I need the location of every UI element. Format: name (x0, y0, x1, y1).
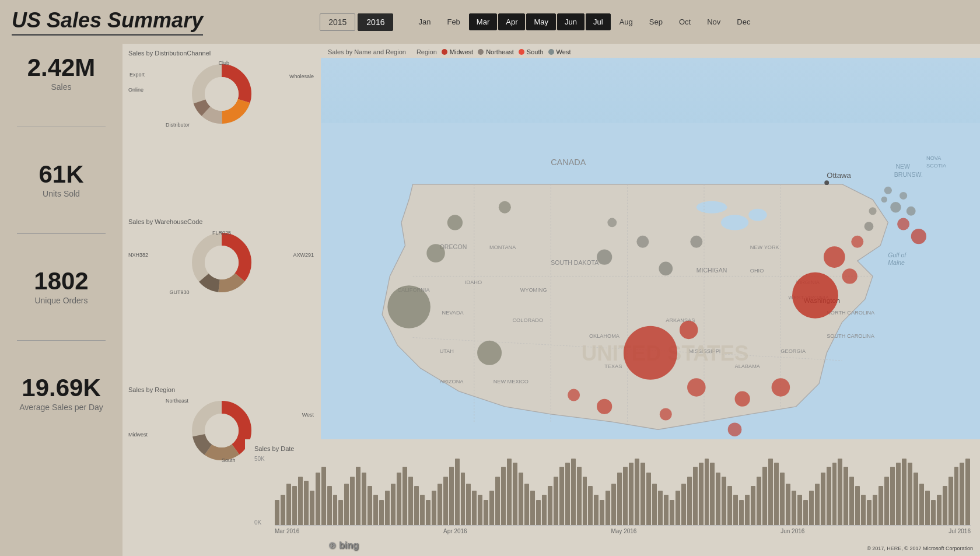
month-jun-button[interactable]: Jun (557, 13, 584, 30)
year-2015-button[interactable]: 2015 (320, 13, 355, 31)
month-oct-button[interactable]: Oct (671, 13, 698, 30)
svg-point-18 (748, 209, 767, 221)
label-midwest: Midwest (128, 432, 148, 438)
bar-item (356, 467, 360, 525)
svg-point-73 (728, 422, 742, 436)
bar-item (652, 484, 657, 525)
bar-item (391, 484, 396, 525)
svg-point-81 (881, 197, 888, 203)
svg-point-5 (205, 77, 239, 111)
month-jan-button[interactable]: Jan (411, 13, 438, 30)
bar-item (664, 495, 668, 525)
label-club: Club (218, 60, 229, 66)
svg-point-67 (680, 321, 698, 340)
kpi-orders: 1802 Unique Orders (6, 269, 117, 305)
svg-text:NORTH CAROLINA: NORTH CAROLINA (827, 310, 875, 316)
month-selector: Jan Feb Mar Apr May Jun Jul Aug Sep Oct … (411, 13, 758, 30)
bar-item (792, 491, 796, 526)
northeast-dot (478, 49, 484, 55)
svg-point-10 (205, 246, 239, 279)
month-feb-button[interactable]: Feb (439, 13, 467, 30)
bar-item (681, 484, 686, 525)
svg-point-87 (911, 229, 926, 244)
svg-text:COLORADO: COLORADO (512, 317, 543, 323)
y-min: 0K (254, 519, 265, 526)
svg-point-56 (387, 285, 430, 328)
bar-item (495, 477, 500, 525)
bar-item (536, 500, 541, 525)
bar-item (310, 491, 314, 526)
bar-item (844, 467, 848, 525)
bar-item (298, 477, 303, 525)
bar-item (606, 491, 610, 526)
month-aug-button[interactable]: Aug (612, 13, 640, 30)
label-wholesale: Wholesale (289, 74, 314, 79)
svg-point-58 (447, 215, 463, 230)
bar-item (443, 477, 448, 525)
bar-item (484, 500, 488, 525)
kpi-orders-value: 1802 (34, 269, 88, 293)
month-nov-button[interactable]: Nov (699, 13, 728, 30)
bar-item (350, 477, 355, 525)
distribution-channel-svg (187, 59, 257, 129)
warehouse-code-title: Sales by WarehouseCode (128, 218, 315, 225)
svg-point-65 (607, 218, 617, 228)
svg-point-84 (900, 192, 907, 200)
bar-item (774, 463, 779, 525)
x-label-jul: Jul 2016 (949, 528, 971, 534)
bar-item (275, 500, 279, 525)
bar-item (722, 477, 726, 525)
northeast-label: Northeast (486, 48, 514, 55)
distribution-channel-donut: Club Export Online Wholesale Distributor (128, 59, 315, 129)
bar-item (408, 477, 413, 525)
x-label-jun: Jun 2016 (780, 528, 804, 534)
month-jul-button[interactable]: Jul (586, 13, 611, 30)
distribution-channel-chart: Sales by DistributionChannel (128, 50, 315, 214)
bar-item (797, 495, 802, 525)
bar-item (321, 467, 326, 525)
svg-text:MICHIGAN: MICHIGAN (696, 267, 727, 274)
month-may-button[interactable]: May (526, 13, 556, 30)
month-mar-button[interactable]: Mar (469, 13, 497, 30)
bar-item (292, 486, 297, 525)
kpi-units-value: 61K (38, 162, 83, 187)
svg-point-77 (842, 268, 857, 284)
bar-item (577, 467, 582, 525)
bar-item (333, 495, 338, 525)
bar-item (751, 486, 755, 525)
svg-point-63 (659, 261, 673, 275)
divider-1 (17, 127, 106, 127)
bar-item (344, 484, 349, 525)
bar-item (304, 481, 309, 525)
bar-item (455, 459, 460, 525)
month-dec-button[interactable]: Dec (729, 13, 758, 30)
bar-item (588, 486, 593, 525)
bar-item (908, 463, 912, 525)
bar-item (925, 491, 930, 526)
bar-item (965, 459, 970, 525)
label-south: South (222, 457, 236, 463)
south-label: South (527, 48, 544, 55)
svg-text:MONTANA: MONTANA (489, 244, 516, 250)
month-apr-button[interactable]: Apr (498, 13, 525, 30)
bar-item (611, 484, 616, 525)
warehouse-code-chart: Sales by WarehouseCode FLR025 NXH382 AXW… (128, 218, 315, 382)
bar-item (896, 463, 901, 525)
kpi-units: 61K Units Sold (6, 162, 117, 198)
label-distributor: Distributor (166, 122, 190, 128)
bar-item (385, 491, 390, 526)
year-2016-button[interactable]: 2016 (358, 13, 393, 31)
bar-item (861, 495, 866, 525)
month-sep-button[interactable]: Sep (642, 13, 670, 30)
bar-item (519, 473, 523, 525)
label-northeast: Northeast (166, 398, 188, 404)
bar-item (640, 463, 645, 525)
svg-text:NEVADA: NEVADA (442, 310, 464, 316)
svg-point-75 (792, 272, 838, 319)
bar-item (739, 500, 744, 525)
bar-item (466, 484, 471, 525)
svg-point-62 (636, 236, 649, 248)
svg-text:IDAHO: IDAHO (465, 279, 482, 285)
label-export: Export (130, 72, 145, 78)
kpi-sales: 2.42M Sales (6, 55, 117, 92)
